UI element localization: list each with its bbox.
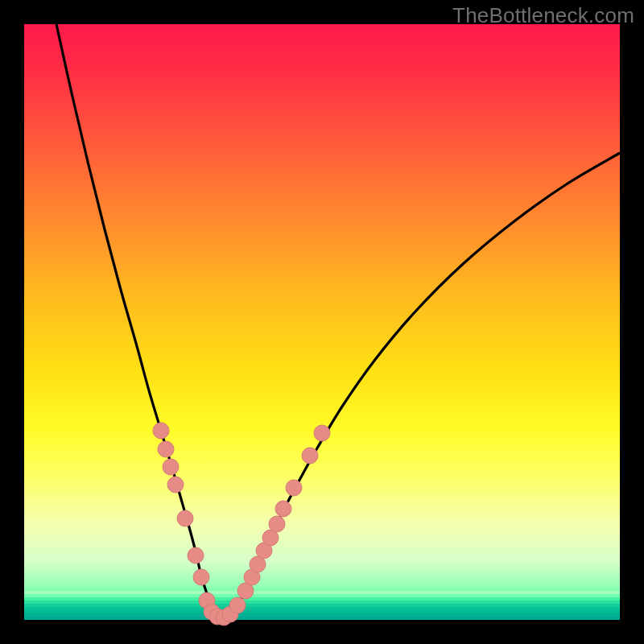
green-stripe — [24, 613, 620, 617]
curve-right — [224, 153, 620, 618]
data-marker — [256, 543, 272, 559]
green-stripe — [24, 617, 620, 620]
green-stripe — [24, 610, 620, 613]
data-marker — [314, 425, 330, 441]
data-marker — [302, 448, 318, 464]
green-stripe — [24, 601, 620, 604]
data-marker — [275, 501, 291, 517]
plot-area — [24, 24, 620, 620]
chart-svg — [24, 24, 620, 620]
data-marker — [237, 583, 254, 599]
green-band-stripes — [24, 591, 620, 620]
data-marker — [158, 441, 174, 457]
data-marker — [163, 459, 179, 475]
data-marker — [193, 569, 209, 585]
data-marker — [269, 516, 285, 532]
data-marker — [286, 480, 302, 496]
data-marker — [262, 530, 279, 546]
data-marker — [204, 604, 220, 620]
chart-frame: TheBottleneck.com — [0, 0, 644, 644]
green-stripe — [24, 607, 620, 610]
green-stripe — [24, 594, 620, 597]
data-marker — [222, 606, 238, 622]
data-marker — [229, 597, 246, 613]
data-marker — [244, 569, 260, 585]
markers-group — [153, 423, 330, 625]
data-marker — [209, 609, 225, 625]
data-marker — [177, 510, 193, 526]
green-stripe — [24, 604, 620, 607]
data-marker — [167, 477, 184, 493]
data-marker — [199, 592, 215, 609]
green-stripe — [24, 591, 620, 594]
green-stripe — [24, 597, 620, 601]
data-marker — [216, 609, 232, 625]
curve-group — [56, 24, 620, 618]
curve-left — [56, 24, 220, 617]
data-marker — [153, 423, 169, 439]
data-marker — [250, 556, 266, 572]
data-marker — [188, 547, 204, 564]
